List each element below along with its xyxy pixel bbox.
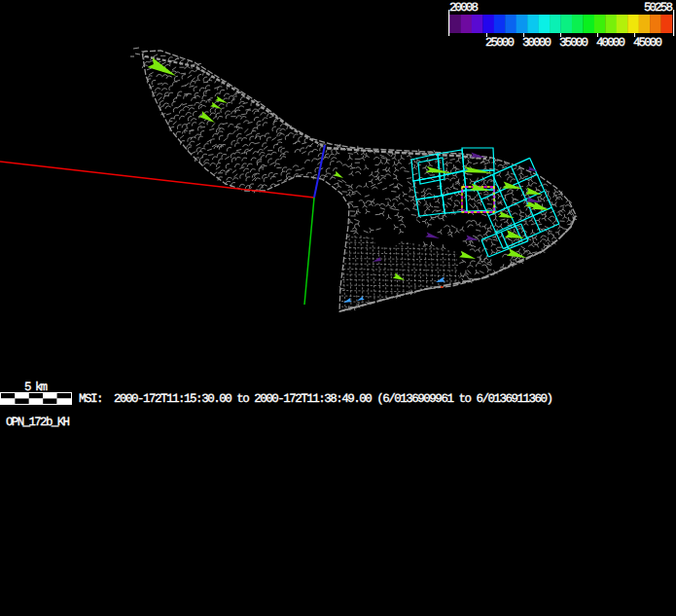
svg-text:35000: 35000 xyxy=(559,36,588,50)
svg-text:45000: 45000 xyxy=(633,36,662,50)
svg-text:OPN_172b_KH: OPN_172b_KH xyxy=(6,416,70,429)
svg-text:25000: 25000 xyxy=(485,36,515,50)
svg-text:MSI: 2000-172T11:15:30.00 to: MSI: 2000-172T11:15:30.00 to 2000-172T11… xyxy=(79,392,553,406)
svg-text:40000: 40000 xyxy=(596,36,625,50)
svg-text:30000: 30000 xyxy=(522,36,551,50)
svg-text:5 km: 5 km xyxy=(24,380,48,394)
svg-text:20008: 20008 xyxy=(449,1,479,15)
svg-text:50258: 50258 xyxy=(644,1,673,15)
